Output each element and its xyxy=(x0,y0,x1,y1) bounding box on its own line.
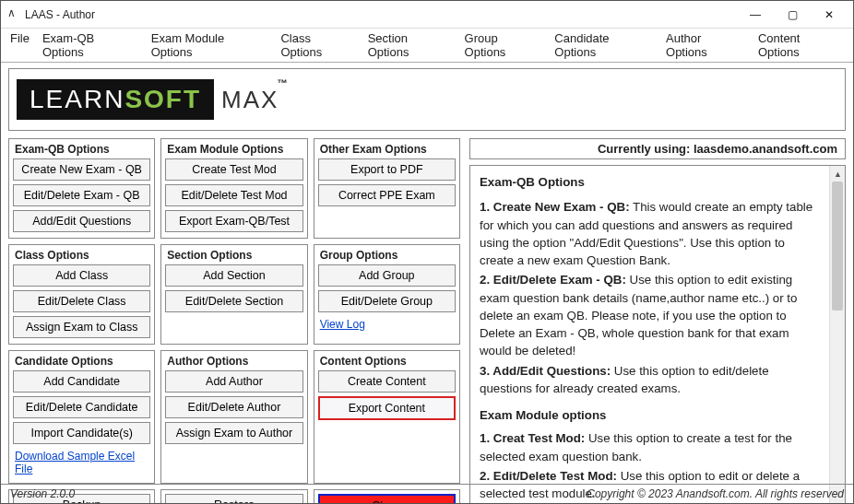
create-content-button[interactable]: Create Content xyxy=(318,370,456,393)
menu-content[interactable]: Content Options xyxy=(758,31,844,59)
group-exammod: Exam Module Options Create Test Mod Edit… xyxy=(160,138,307,239)
group-group: Group Options Add Group Edit/Delete Grou… xyxy=(314,244,460,345)
add-author-button[interactable]: Add Author xyxy=(165,370,302,393)
group-title: Other Exam Options xyxy=(318,143,456,158)
menubar: File Exam-QB Options Exam Module Options… xyxy=(1,29,853,63)
group-author: Author Options Add Author Edit/Delete Au… xyxy=(160,350,307,484)
add-group-button[interactable]: Add Group xyxy=(318,264,456,287)
edit-delete-author-button[interactable]: Edit/Delete Author xyxy=(165,396,302,418)
scroll-thumb[interactable] xyxy=(832,182,843,311)
import-candidates-button[interactable]: Import Candidate(s) xyxy=(13,422,150,444)
options-panel: Exam-QB Options Create New Exam - QB Edi… xyxy=(8,138,460,504)
add-edit-questions-button[interactable]: Add/Edit Questions xyxy=(13,210,150,232)
menu-author[interactable]: Author Options xyxy=(666,31,745,59)
group-section: Section Options Add Section Edit/Delete … xyxy=(160,244,307,345)
group-other: Other Exam Options Export to PDF Correct… xyxy=(314,138,460,239)
menu-file[interactable]: File xyxy=(10,31,30,59)
group-title: Exam-QB Options xyxy=(13,143,150,158)
version-label: Version 2.0.0 xyxy=(10,487,75,500)
help-item: 1. Create New Exam - QB: This would crea… xyxy=(480,198,820,269)
help-content: Exam-QB Options 1. Create New Exam - QB:… xyxy=(470,166,829,498)
edit-delete-group-button[interactable]: Edit/Delete Group xyxy=(318,290,456,312)
menu-group[interactable]: Group Options xyxy=(465,31,542,59)
correct-ppe-button[interactable]: Correct PPE Exam xyxy=(318,184,456,206)
download-sample-link[interactable]: Download Sample Excel File xyxy=(13,448,150,477)
copyright-label: Copyright © 2023 Anandsoft.com. All righ… xyxy=(587,487,844,500)
window-title: LAAS - Author xyxy=(25,8,95,21)
group-title: Class Options xyxy=(13,249,150,264)
help-item: 3. Add/Edit Questions: Use this option t… xyxy=(480,362,820,398)
help-heading-exammod: Exam Module options xyxy=(480,406,820,424)
assign-exam-author-button[interactable]: Assign Exam to Author xyxy=(165,422,302,444)
help-heading-examqb: Exam-QB Options xyxy=(480,173,820,191)
export-pdf-button[interactable]: Export to PDF xyxy=(318,158,456,181)
app-icon xyxy=(6,8,19,21)
help-item: 1. Creat Test Mod: Use this option to cr… xyxy=(480,429,820,465)
group-class: Class Options Add Class Edit/Delete Clas… xyxy=(8,244,155,345)
view-log-link[interactable]: View Log xyxy=(318,316,456,333)
edit-delete-exam-button[interactable]: Edit/Delete Exam - QB xyxy=(13,184,150,206)
group-title: Exam Module Options xyxy=(165,143,302,158)
titlebar: LAAS - Author — ▢ ✕ xyxy=(1,1,853,29)
group-content: Content Options Create Content Export Co… xyxy=(314,350,460,484)
logo-max: MAX xyxy=(221,86,279,114)
group-title: Content Options xyxy=(318,355,456,370)
logo-tm: ™ xyxy=(277,77,287,88)
minimize-button[interactable]: — xyxy=(737,2,774,28)
edit-delete-test-mod-button[interactable]: Edit/Delete Test Mod xyxy=(165,184,302,206)
group-title: Author Options xyxy=(165,355,302,370)
footer: Version 2.0.0 Copyright © 2023 Anandsoft… xyxy=(1,484,853,503)
menu-candidate[interactable]: Candidate Options xyxy=(554,31,653,59)
export-content-button[interactable]: Export Content xyxy=(318,396,456,420)
create-test-mod-button[interactable]: Create Test Mod xyxy=(165,158,302,181)
menu-examqb[interactable]: Exam-QB Options xyxy=(42,31,138,59)
group-title: Section Options xyxy=(165,249,302,264)
menu-exammod[interactable]: Exam Module Options xyxy=(151,31,268,59)
scroll-up-icon[interactable]: ▲ xyxy=(830,166,846,182)
menu-section[interactable]: Section Options xyxy=(368,31,452,59)
menu-class[interactable]: Class Options xyxy=(280,31,354,59)
help-panel: Exam-QB Options 1. Create New Exam - QB:… xyxy=(469,165,846,504)
edit-delete-class-button[interactable]: Edit/Delete Class xyxy=(13,290,150,312)
create-new-exam-button[interactable]: Create New Exam - QB xyxy=(13,158,150,181)
add-section-button[interactable]: Add Section xyxy=(165,264,302,287)
export-examqb-test-button[interactable]: Export Exam-QB/Test xyxy=(165,210,302,232)
scrollbar[interactable]: ▲ ▼ xyxy=(829,166,845,504)
help-item: 2. Edit/Delete Exam - QB: Use this optio… xyxy=(480,271,820,359)
edit-delete-candidate-button[interactable]: Edit/Delete Candidate xyxy=(13,396,150,418)
group-candidate: Candidate Options Add Candidate Edit/Del… xyxy=(8,350,155,484)
edit-delete-section-button[interactable]: Edit/Delete Section xyxy=(165,290,302,312)
close-window-button[interactable]: ✕ xyxy=(811,2,848,28)
group-examqb: Exam-QB Options Create New Exam - QB Edi… xyxy=(8,138,155,239)
assign-exam-class-button[interactable]: Assign Exam to Class xyxy=(13,316,150,338)
status-bar: Currently using: laasdemo.anandsoft.com xyxy=(469,138,846,159)
group-title: Group Options xyxy=(318,249,456,264)
logo: LEARNSOFT MAX ™ xyxy=(8,68,846,131)
maximize-button[interactable]: ▢ xyxy=(774,2,811,28)
add-candidate-button[interactable]: Add Candidate xyxy=(13,370,150,393)
group-title: Candidate Options xyxy=(13,355,150,370)
add-class-button[interactable]: Add Class xyxy=(13,264,150,287)
logo-learnsoft: LEARNSOFT xyxy=(17,79,214,120)
